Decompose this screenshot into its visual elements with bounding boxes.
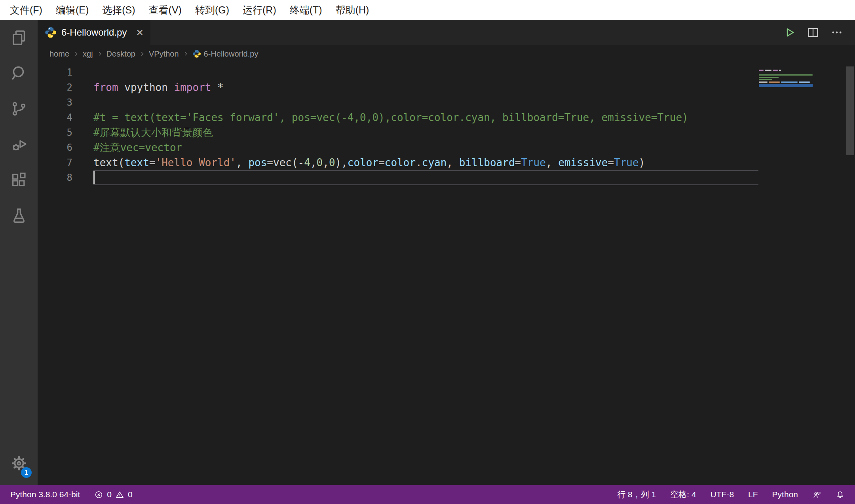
editor-actions [781, 20, 855, 45]
line-number[interactable]: 1 [38, 65, 93, 80]
close-icon[interactable]: × [136, 27, 143, 38]
status-eol[interactable]: LF [748, 490, 758, 499]
status-notifications[interactable] [836, 490, 845, 499]
code-line-7[interactable]: 7text(text='Hello World', pos=vec(-4,0,0… [38, 155, 855, 170]
minimap-line [759, 77, 813, 78]
error-count: 0 [107, 490, 112, 499]
code-token: =vec(- [267, 157, 304, 169]
minimap-segment [759, 77, 779, 78]
minimap[interactable] [759, 67, 813, 88]
activity-bar-item-testing[interactable] [0, 198, 38, 233]
activity-bar-item-search[interactable] [0, 55, 38, 91]
menu-item-help[interactable]: 帮助(H) [329, 0, 376, 20]
breadcrumb-item-6-helloworld.py[interactable]: 6-Helloworld.py [192, 49, 258, 59]
debug-icon [10, 135, 28, 153]
menu-item-selection[interactable]: 选择(S) [95, 0, 142, 20]
play-icon [783, 26, 796, 39]
breadcrumb-label: Desktop [106, 49, 135, 59]
line-number[interactable]: 4 [38, 110, 93, 125]
breadcrumb-item-vpython[interactable]: VPython [149, 49, 179, 59]
status-feedback[interactable] [812, 490, 821, 499]
line-content: #屏幕默认大小和背景颜色 [93, 125, 213, 140]
bell-icon [836, 490, 845, 499]
more-actions-button[interactable] [828, 24, 846, 41]
code-token: True [521, 157, 546, 169]
line-number[interactable]: 2 [38, 80, 93, 95]
ellipsis-icon [830, 26, 844, 39]
breadcrumb-item-home[interactable]: home [49, 49, 69, 59]
activity-bar-item-extensions[interactable] [0, 162, 38, 198]
scrollbar-thumb[interactable] [846, 66, 854, 155]
tab-bar: 6-Helloworld.py × [38, 20, 855, 45]
minimap-segment [759, 81, 768, 83]
code-line-6[interactable]: 6#注意vec=vector [38, 140, 855, 155]
text-cursor [93, 171, 95, 184]
run-file-button[interactable] [781, 24, 798, 41]
code-line-1[interactable]: 1 [38, 65, 855, 80]
menu-item-edit[interactable]: 编辑(E) [49, 0, 95, 20]
code-line-8[interactable]: 8 [38, 170, 855, 185]
status-indentation[interactable]: 空格: 4 [670, 489, 696, 500]
code-lines: 12from vpython import *34#t = text(text=… [38, 65, 855, 185]
warning-icon [115, 490, 124, 499]
status-encoding[interactable]: UTF-8 [711, 490, 734, 499]
minimap-segment [759, 70, 764, 71]
minimap-line [759, 67, 813, 68]
error-icon [94, 490, 103, 499]
activity-bar-item-settings[interactable]: 1 [0, 445, 38, 481]
status-label: 空格: 4 [670, 489, 696, 500]
status-language-mode[interactable]: Python [772, 490, 798, 499]
minimap-segment [773, 70, 778, 71]
line-number[interactable]: 6 [38, 140, 93, 155]
line-number[interactable]: 8 [38, 170, 93, 185]
tab-6-helloworld[interactable]: 6-Helloworld.py × [38, 20, 150, 45]
code-line-3[interactable]: 3 [38, 95, 855, 110]
code-token: from [93, 81, 118, 93]
code-token: , [446, 157, 459, 169]
breadcrumb-item-xgj[interactable]: xgj [83, 49, 93, 59]
status-label: LF [748, 490, 758, 499]
code-token: cyan [422, 157, 447, 169]
breadcrumb: homexgjDesktopVPython6-Helloworld.py [38, 45, 855, 63]
code-token: emissive [558, 157, 608, 169]
extensions-icon [10, 171, 28, 189]
menu-item-file[interactable]: 文件(F) [3, 0, 49, 20]
line-number[interactable]: 3 [38, 95, 93, 110]
code-line-5[interactable]: 5#屏幕默认大小和背景颜色 [38, 125, 855, 140]
minimap-line [759, 72, 813, 73]
chevron-right-icon [72, 50, 80, 57]
status-python-interpreter[interactable]: Python 3.8.0 64-bit [10, 490, 80, 499]
menu-item-view[interactable]: 查看(V) [142, 0, 188, 20]
status-cursor-position[interactable]: 行 8，列 1 [617, 489, 656, 500]
workbench: 1 6-Helloworld.py × homexgjDesktopVPytho… [0, 20, 855, 485]
code-line-2[interactable]: 2from vpython import * [38, 80, 855, 95]
code-token: = [149, 157, 156, 169]
status-bar-right: 行 8，列 1空格: 4UTF-8LFPython [617, 489, 845, 500]
status-problems[interactable]: 0 0 [94, 490, 132, 499]
code-token: billboard [459, 157, 515, 169]
line-number[interactable]: 5 [38, 125, 93, 140]
line-number[interactable]: 7 [38, 155, 93, 170]
activity-bar-item-run-and-debug[interactable] [0, 127, 38, 162]
minimap-line [759, 74, 813, 76]
menu-item-go[interactable]: 转到(G) [188, 0, 236, 20]
activity-bar: 1 [0, 20, 38, 485]
minimap-segment [765, 70, 771, 71]
activity-bar-item-explorer[interactable] [0, 20, 38, 55]
activity-bar-item-source-control[interactable] [0, 91, 38, 127]
status-bar-left: Python 3.8.0 64-bit 0 0 [10, 490, 133, 499]
breadcrumb-label: home [49, 49, 69, 59]
breadcrumb-item-desktop[interactable]: Desktop [106, 49, 135, 59]
tab-label: 6-Helloworld.py [61, 27, 127, 38]
chevron-right-icon [139, 50, 146, 57]
menu-item-run[interactable]: 运行(R) [236, 0, 283, 20]
split-editor-button[interactable] [804, 24, 822, 41]
code-token: text [124, 157, 149, 169]
code-token: ) [639, 157, 645, 169]
menu-item-terminal[interactable]: 终端(T) [283, 0, 329, 20]
vscode-window: 文件(F)编辑(E)选择(S)查看(V)转到(G)运行(R)终端(T)帮助(H)… [0, 0, 855, 504]
code-line-4[interactable]: 4#t = text(text='Faces forward', pos=vec… [38, 110, 855, 125]
status-label: UTF-8 [711, 490, 734, 499]
editor[interactable]: 12from vpython import *34#t = text(text=… [38, 63, 855, 485]
activity-bar-top [0, 20, 38, 233]
